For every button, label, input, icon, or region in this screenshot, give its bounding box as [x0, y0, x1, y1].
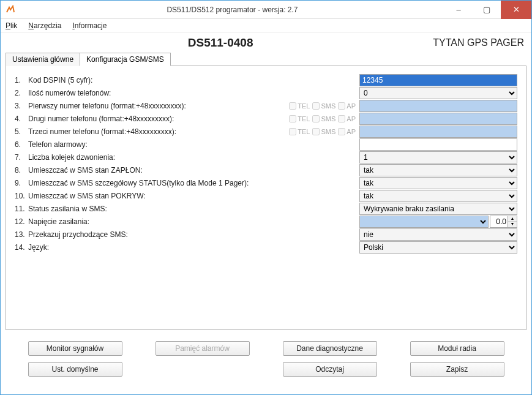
row-tel-alarm: 6. Telefon alarmowy: [15, 138, 517, 151]
row-tel-3: 5. Trzeci numer telefonu (format:+48xxxx… [15, 125, 517, 138]
tel3-ap-checkbox[interactable] [338, 128, 345, 135]
row-przekazuj-sms: 13. Przekazuj przychodzące SMS: nie [15, 228, 517, 241]
row-label: Umieszczać w SMS stan ZAPŁON: [28, 166, 143, 175]
row-zaplon: 8. Umieszczać w SMS stan ZAPŁON: tak [15, 164, 517, 176]
row-label: Liczba kolejek dzwonienia: [28, 153, 115, 162]
select-napiecie[interactable] [359, 216, 489, 228]
row-num: 11. [15, 205, 28, 213]
button-modul-radia[interactable]: Moduł radia [410, 341, 504, 356]
select-przekazuj-sms[interactable]: nie [359, 228, 517, 241]
row-status-detail: 9. Umieszczać w SMS szczegółowy STATUS(t… [15, 176, 517, 189]
row-label: Przekazuj przychodzące SMS: [28, 230, 128, 239]
row-num: 3. [15, 102, 28, 110]
input-kod-dspin[interactable] [359, 74, 517, 86]
tel2-sms-checkbox[interactable] [312, 115, 320, 122]
row-num: 5. [15, 127, 28, 136]
input-tel-alarm[interactable] [359, 138, 517, 151]
close-button[interactable]: ✕ [501, 1, 531, 19]
tel1-ap-checkbox[interactable] [338, 102, 345, 110]
select-jezyk[interactable]: Polski [359, 241, 517, 254]
tel1-tel-checkbox[interactable] [289, 102, 296, 110]
spin-arrows[interactable]: ▲▼ [508, 216, 517, 228]
select-kolejki[interactable]: 1 [359, 151, 517, 164]
row-label: Umieszczać w SMS stan POKRYW: [28, 192, 146, 200]
row-label: Język: [28, 243, 49, 252]
tel1-options: TEL SMS AP [289, 102, 356, 110]
window-controls: – ▢ ✕ [444, 1, 531, 19]
select-pokryw[interactable]: tak [359, 190, 517, 202]
row-kod-dspin: 1. Kod DSPIN (5 cyfr): [15, 73, 517, 86]
row-tel-1: 3. Pierwszy numer telefonu (format:+48xx… [15, 99, 517, 112]
input-tel-3[interactable] [359, 126, 517, 138]
row-num: 12. [15, 217, 28, 226]
select-ilosc-numerow[interactable]: 0 [359, 87, 517, 99]
row-tel-2: 4. Drugi numer telefonu (format:+48xxxxx… [15, 112, 517, 125]
row-num: 7. [15, 153, 28, 162]
button-ust-domyslne[interactable]: Ust. domyślne [28, 362, 122, 377]
menu-informacje[interactable]: Informacje [72, 21, 107, 30]
row-num: 1. [15, 76, 28, 85]
row-pokryw: 10. Umieszczać w SMS stan POKRYW: tak [15, 189, 517, 202]
button-area: Monitor sygnałów Pamięć alarmów Dane dia… [6, 330, 526, 388]
row-num: 9. [15, 179, 28, 187]
row-label: Status zasilania w SMS: [28, 205, 107, 213]
header: DS511-0408 TYTAN GPS PAGER [1, 32, 531, 52]
tab-konfiguracja-gsm-sms[interactable]: Konfiguracja GSM/SMS [80, 53, 171, 66]
tel2-tel-checkbox[interactable] [289, 115, 296, 122]
titlebar: DS511/DS512 programator - wersja: 2.7 – … [1, 1, 531, 19]
row-jezyk: 14. Język: Polski [15, 241, 517, 254]
device-title: DS511-0408 [8, 36, 433, 50]
row-num: 6. [15, 140, 28, 149]
brand-label: TYTAN GPS PAGER [433, 37, 524, 48]
row-label: Ilość numerów telefonów: [28, 89, 111, 97]
row-num: 14. [15, 243, 28, 252]
row-label: Umieszczać w SMS szczegółowy STATUS(tylk… [28, 179, 249, 187]
tel3-sms-checkbox[interactable] [312, 128, 320, 135]
select-status-detail[interactable]: tak [359, 177, 517, 189]
menu-plik[interactable]: Plik [6, 21, 17, 30]
tel3-options: TEL SMS AP [289, 128, 356, 135]
row-label: Kod DSPIN (5 cyfr): [28, 76, 92, 85]
app-icon [4, 4, 17, 16]
row-ilosc-numerow: 2. Ilość numerów telefonów: 0 [15, 86, 517, 99]
row-napiecie: 12. Napięcie zasilania: ▲▼ [15, 215, 517, 228]
tab-ustawienia-glowne[interactable]: Ustawienia główne [6, 53, 80, 66]
row-kolejki: 7. Liczba kolejek dzwonienia: 1 [15, 151, 517, 164]
button-pamiec-alarmow[interactable]: Pamięć alarmów [155, 341, 250, 356]
maximize-button[interactable]: ▢ [473, 1, 501, 19]
button-monitor-sygnalow[interactable]: Monitor sygnałów [28, 341, 122, 356]
window-title: DS511/DS512 programator - wersja: 2.7 [20, 6, 444, 14]
tel2-options: TEL SMS AP [289, 115, 356, 122]
row-num: 8. [15, 166, 28, 175]
button-zapisz[interactable]: Zapisz [410, 362, 504, 377]
row-num: 4. [15, 115, 28, 123]
row-label: Napięcie zasilania: [28, 217, 89, 226]
input-tel-1[interactable] [359, 100, 517, 112]
row-zasilanie-status: 11. Status zasilania w SMS: Wykrywanie b… [15, 202, 517, 215]
row-num: 2. [15, 89, 28, 97]
tab-panel: 1. Kod DSPIN (5 cyfr): 2. Ilość numerów … [6, 66, 526, 330]
chevron-down-icon[interactable]: ▼ [508, 222, 517, 227]
menu-narzedzia[interactable]: Narzędzia [28, 21, 61, 30]
tel1-sms-checkbox[interactable] [312, 102, 320, 110]
row-label: Trzeci numer telefonu (format:+48xxxxxxx… [28, 127, 176, 136]
spin-napiecie[interactable]: ▲▼ [490, 216, 517, 228]
minimize-button[interactable]: – [444, 1, 473, 19]
tel2-ap-checkbox[interactable] [338, 115, 345, 122]
row-num: 13. [15, 230, 28, 239]
menubar: Plik Narzędzia Informacje [1, 19, 531, 32]
tel3-tel-checkbox[interactable] [289, 128, 296, 135]
row-label: Telefon alarmowy: [28, 140, 88, 149]
button-odczytaj[interactable]: Odczytaj [283, 362, 377, 377]
row-label: Pierwszy numer telefonu (format:+48xxxxx… [28, 102, 186, 110]
input-tel-2[interactable] [359, 113, 517, 125]
tab-strip: Ustawienia główne Konfiguracja GSM/SMS [6, 53, 526, 66]
row-label: Drugi numer telefonu (format:+48xxxxxxxx… [28, 115, 174, 123]
spin-napiecie-value[interactable] [490, 216, 508, 228]
select-zasilanie-status[interactable]: Wykrywanie braku zasilania [359, 203, 517, 215]
row-num: 10. [15, 192, 28, 200]
button-dane-diagnostyczne[interactable]: Dane diagnostyczne [283, 341, 377, 356]
chevron-up-icon[interactable]: ▲ [508, 216, 517, 222]
select-zaplon[interactable]: tak [359, 164, 517, 176]
